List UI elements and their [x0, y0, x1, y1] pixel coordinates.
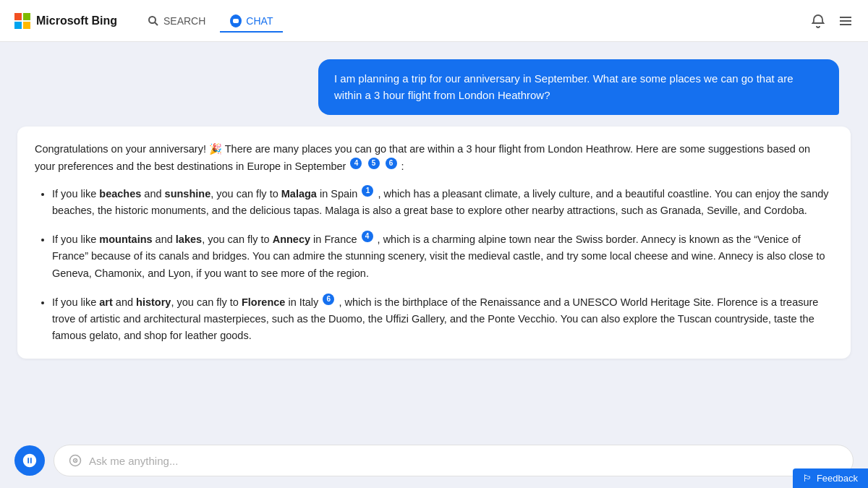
feedback-label: Feedback — [817, 473, 858, 484]
header: Microsoft Bing SEARCH CHAT — [0, 0, 868, 42]
citation-6: 6 — [386, 158, 397, 169]
ai-intro-content: Congratulations on your anniversary! 🎉 T… — [35, 143, 810, 172]
feedback-button[interactable]: 🏳 Feedback — [793, 468, 868, 488]
nav-search[interactable]: SEARCH — [137, 9, 216, 33]
hamburger-menu-icon[interactable] — [838, 13, 854, 29]
user-message-wrapper: I am planning a trip for our anniversary… — [14, 59, 854, 115]
svg-line-1 — [155, 22, 158, 25]
ai-intro-text: Congratulations on your anniversary! 🎉 T… — [35, 141, 833, 175]
chat-label: CHAT — [246, 15, 273, 27]
main-content: I am planning a trip for our anniversary… — [0, 42, 868, 488]
citation-5: 5 — [368, 158, 380, 169]
logo-area: Microsoft Bing — [14, 13, 117, 29]
copilot-button[interactable] — [14, 445, 45, 476]
list-item: If you like mountains and lakes, you can… — [52, 231, 833, 281]
notification-bell-icon[interactable] — [810, 13, 826, 29]
brand-name: Microsoft Bing — [36, 14, 117, 27]
copilot-icon — [22, 453, 38, 468]
citation-4: 4 — [350, 158, 362, 169]
chat-input-box[interactable]: Ask me anything... — [54, 445, 854, 476]
input-area: Ask me anything... — [0, 436, 868, 488]
header-right — [810, 13, 854, 29]
feedback-icon: 🏳 — [803, 473, 812, 484]
citation-6b: 6 — [323, 294, 334, 305]
list-item: If you like art and history, you can fly… — [52, 294, 833, 344]
search-label: SEARCH — [163, 15, 205, 27]
citation-1: 1 — [362, 185, 373, 197]
svg-point-0 — [149, 17, 156, 23]
message-icon — [69, 454, 82, 467]
citation-4b: 4 — [362, 231, 373, 242]
search-icon — [148, 15, 159, 27]
input-placeholder: Ask me anything... — [89, 455, 178, 467]
nav-chat[interactable]: CHAT — [220, 9, 283, 33]
chat-icon — [230, 15, 242, 27]
list-item: If you like beaches and sunshine, you ca… — [52, 185, 833, 219]
chat-area: I am planning a trip for our anniversary… — [0, 42, 868, 436]
nav-bar: SEARCH CHAT — [137, 9, 810, 33]
ai-response: Congratulations on your anniversary! 🎉 T… — [17, 127, 851, 359]
microsoft-logo — [14, 13, 30, 29]
user-message: I am planning a trip for our anniversary… — [318, 59, 839, 115]
ai-bullet-list: If you like beaches and sunshine, you ca… — [35, 185, 833, 344]
